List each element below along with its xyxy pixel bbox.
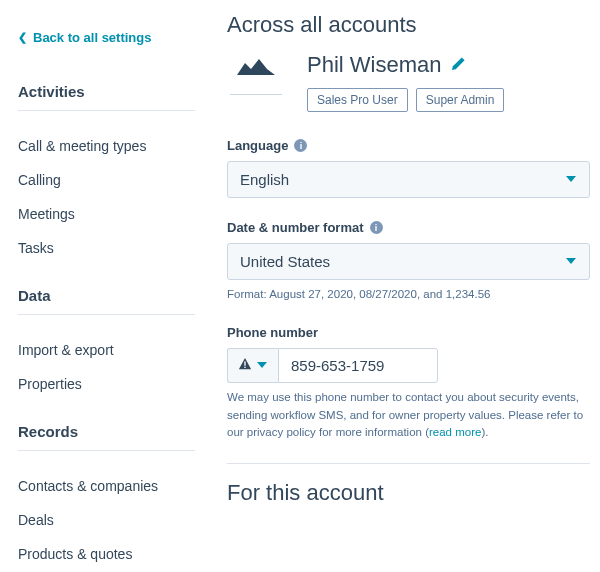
chevron-left-icon: ❮	[18, 31, 27, 44]
edit-name-icon[interactable]	[451, 56, 466, 74]
sidebar-item-deals[interactable]: Deals	[18, 503, 205, 537]
info-icon[interactable]: i	[370, 221, 383, 234]
info-icon[interactable]: i	[294, 139, 307, 152]
phone-country-select[interactable]	[227, 348, 278, 383]
language-label: Language	[227, 138, 288, 153]
caret-down-icon	[565, 253, 577, 270]
sidebar-item-call-meeting-types[interactable]: Call & meeting types	[18, 129, 205, 163]
date-format-helper: Format: August 27, 2020, 08/27/2020, and…	[227, 286, 590, 303]
sidebar-item-properties[interactable]: Properties	[18, 367, 205, 401]
language-value: English	[240, 171, 289, 188]
sidebar-item-products-quotes[interactable]: Products & quotes	[18, 537, 205, 571]
date-format-select[interactable]: United States	[227, 243, 590, 280]
subheading: For this account	[227, 480, 590, 506]
section-divider	[227, 463, 590, 464]
sidebar-item-meetings[interactable]: Meetings	[18, 197, 205, 231]
settings-sidebar: ❮ Back to all settings Activities Call &…	[0, 0, 205, 572]
date-format-value: United States	[240, 253, 330, 270]
sidebar-item-tasks[interactable]: Tasks	[18, 231, 205, 265]
avatar-block	[227, 52, 285, 95]
phone-helper-post: ).	[481, 426, 488, 438]
sidebar-item-calling[interactable]: Calling	[18, 163, 205, 197]
sidebar-section-data: Data	[18, 287, 195, 315]
badge-super-admin: Super Admin	[416, 88, 505, 112]
phone-read-more-link[interactable]: read more	[429, 426, 481, 438]
phone-helper-pre: We may use this phone number to contact …	[227, 391, 583, 438]
back-to-settings-link[interactable]: ❮ Back to all settings	[18, 30, 205, 45]
avatar-divider	[230, 94, 282, 95]
caret-down-icon	[565, 171, 577, 188]
phone-field: Phone number We may use this phone numbe…	[227, 325, 590, 441]
caret-down-icon	[256, 358, 268, 374]
page-heading: Across all accounts	[227, 12, 590, 38]
phone-helper: We may use this phone number to contact …	[227, 389, 590, 441]
main-panel: Across all accounts Phil Wiseman Sales P…	[205, 0, 600, 572]
language-field: Language i English	[227, 138, 590, 198]
phone-label: Phone number	[227, 325, 318, 340]
profile-block: Phil Wiseman Sales Pro User Super Admin	[227, 52, 590, 112]
sidebar-item-contacts-companies[interactable]: Contacts & companies	[18, 469, 205, 503]
svg-rect-1	[244, 367, 245, 368]
language-select[interactable]: English	[227, 161, 590, 198]
sidebar-item-import-export[interactable]: Import & export	[18, 333, 205, 367]
account-logo	[227, 52, 285, 82]
profile-name: Phil Wiseman	[307, 52, 441, 78]
sidebar-section-records: Records	[18, 423, 195, 451]
phone-input[interactable]	[278, 348, 438, 383]
warning-icon	[238, 357, 252, 374]
date-format-field: Date & number format i United States For…	[227, 220, 590, 303]
badge-sales-pro: Sales Pro User	[307, 88, 408, 112]
date-format-label: Date & number format	[227, 220, 364, 235]
svg-rect-0	[244, 362, 245, 366]
back-link-label: Back to all settings	[33, 30, 151, 45]
sidebar-section-activities: Activities	[18, 83, 195, 111]
